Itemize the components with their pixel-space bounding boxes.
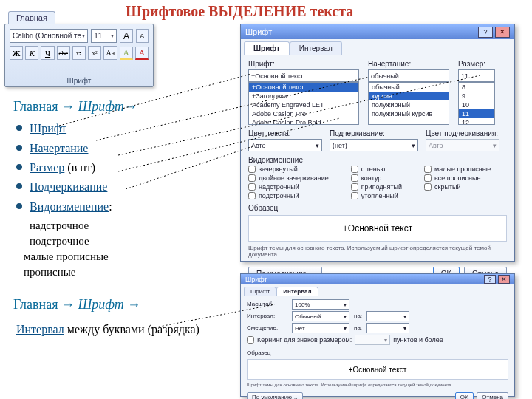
- effect-checkbox[interactable]: зачеркнутый: [248, 166, 329, 173]
- subscript-button[interactable]: x₂: [72, 46, 86, 60]
- close-icon[interactable]: ✕: [495, 27, 510, 38]
- effect-checkbox[interactable]: скрытый: [424, 183, 491, 191]
- label-on-1: на:: [354, 313, 362, 319]
- dialog-titlebar: Шрифт ? ✕: [241, 24, 514, 39]
- font-list[interactable]: +Основной текст+ЗаголовкиAcademy Engrave…: [248, 82, 359, 125]
- effect-checkbox[interactable]: с тенью: [351, 166, 402, 173]
- kerning-size: ▾: [355, 335, 390, 345]
- color-combo[interactable]: Авто▾: [248, 139, 322, 151]
- underline-combo[interactable]: (нет)▾: [330, 139, 418, 151]
- effect-superscript: надстрочное: [13, 218, 235, 233]
- effect-checkbox[interactable]: малые прописные: [424, 166, 491, 173]
- strike-button[interactable]: abe: [57, 46, 70, 60]
- list-item[interactable]: полужирный курсив: [369, 109, 449, 118]
- tab-font-small[interactable]: Шрифт: [244, 287, 276, 296]
- list-item[interactable]: 9: [459, 92, 494, 100]
- list-item[interactable]: 8: [459, 83, 494, 92]
- spacing-label: Интервал: [16, 323, 64, 335]
- list-item[interactable]: Adobe Caslon Pro: [249, 109, 358, 118]
- effect-checkbox[interactable]: контур: [351, 174, 402, 182]
- bold-button[interactable]: Ж: [10, 46, 23, 60]
- font-size-value: 11: [94, 32, 102, 40]
- chevron-down-icon: ▾: [82, 33, 85, 39]
- font-color-button[interactable]: A: [135, 47, 149, 60]
- label-spacing: Интервал:: [247, 313, 287, 319]
- ribbon-group-caption: Шрифт: [5, 77, 153, 85]
- ucolor-combo: Авто▾: [426, 139, 499, 151]
- close-icon[interactable]: ✕: [498, 275, 510, 284]
- ribbon-tab-home[interactable]: Главная: [8, 11, 55, 24]
- italic-button[interactable]: К: [25, 46, 38, 60]
- effects-col-3: малые прописныевсе прописныескрытый: [424, 166, 491, 200]
- feature-font: Шрифт: [13, 120, 235, 137]
- label-on-2: на:: [354, 324, 362, 331]
- tab-spacing-small[interactable]: Интервал: [276, 287, 318, 296]
- font-name-combo[interactable]: Calibri (Основной те▾: [10, 29, 88, 43]
- label-scale: Масштаб:: [247, 301, 287, 307]
- effect-checkbox[interactable]: двойное зачеркивание: [248, 174, 329, 182]
- kerning-checkbox[interactable]: [247, 336, 254, 344]
- offset-combo[interactable]: Нет▾: [292, 323, 349, 333]
- style-list[interactable]: обычныйкурсивполужирныйполужирный курсив: [368, 82, 449, 125]
- list-item[interactable]: Academy Engraved LET: [249, 100, 358, 109]
- spacing-combo[interactable]: Обычный▾: [292, 311, 349, 321]
- feature-size: Размер (в пт): [13, 160, 235, 176]
- underline-button[interactable]: Ч: [41, 46, 54, 60]
- list-item[interactable]: обычный: [369, 83, 449, 92]
- superscript-button[interactable]: x²: [88, 46, 101, 60]
- effect-allcaps: прописные: [13, 265, 235, 280]
- shrink-font-button[interactable]: A: [136, 29, 149, 43]
- feature-style: Начертание: [13, 140, 235, 157]
- font-dialog: Шрифт ? ✕ Шрифт Интервал Шрифт: +Основно…: [240, 24, 515, 262]
- effect-checkbox[interactable]: приподнятый: [351, 183, 402, 191]
- font-input[interactable]: +Основной текст: [248, 69, 359, 82]
- scale-combo[interactable]: 100%▾: [292, 299, 349, 310]
- effect-smallcaps: малые прописные: [13, 249, 235, 265]
- effect-checkbox[interactable]: все прописные: [424, 174, 491, 182]
- ok-button-small[interactable]: OK: [455, 392, 474, 399]
- list-item[interactable]: +Заголовки: [249, 92, 358, 100]
- page-title: Шрифтовое ВЫДЕЛЕНИЕ текста: [126, 3, 353, 20]
- list-item[interactable]: 12: [459, 118, 494, 125]
- effects-title: Видоизменение: [248, 156, 507, 164]
- tab-spacing[interactable]: Интервал: [290, 41, 342, 55]
- dialog-titlebar-small: Шрифт ? ✕: [241, 274, 514, 284]
- offset-value[interactable]: ▾: [366, 323, 409, 333]
- preview-title-small: Образец: [247, 349, 508, 356]
- effects-col-1: зачеркнутыйдвойное зачеркиваниенадстрочн…: [248, 166, 329, 200]
- size-input[interactable]: 11: [458, 69, 495, 82]
- label-offset: Смещение:: [247, 324, 287, 331]
- feature-list: Шрифт Начертание Размер (в пт) Подчеркив…: [13, 120, 235, 215]
- list-item[interactable]: курсив: [369, 92, 449, 100]
- list-item[interactable]: +Основной текст: [249, 83, 358, 92]
- effect-checkbox[interactable]: подстрочный: [248, 192, 329, 200]
- case-button[interactable]: Aa: [103, 46, 117, 60]
- grow-font-button[interactable]: A: [120, 29, 132, 43]
- preview-title: Образец: [248, 204, 507, 212]
- highlight-button[interactable]: A: [120, 47, 133, 60]
- help-icon[interactable]: ?: [478, 27, 493, 38]
- label-size: Размер:: [458, 60, 495, 68]
- kerning-unit: пунктов и более: [393, 336, 443, 344]
- list-item[interactable]: 11: [459, 109, 494, 118]
- style-input[interactable]: обычный: [368, 69, 449, 82]
- effect-checkbox[interactable]: надстрочный: [248, 183, 329, 191]
- effect-checkbox[interactable]: утопленный: [351, 192, 402, 200]
- spacing-value[interactable]: ▾: [366, 311, 409, 321]
- list-item[interactable]: Adobe Caslon Pro Bold: [249, 118, 358, 125]
- word-ribbon: Главная Calibri (Основной те▾ 11▾ A A Ж …: [4, 24, 154, 87]
- size-list[interactable]: 89101112: [458, 82, 495, 125]
- cancel-button-small[interactable]: Отмена: [477, 392, 508, 399]
- list-item[interactable]: полужирный: [369, 100, 449, 109]
- tab-font[interactable]: Шрифт: [244, 41, 290, 55]
- left-column-1: Главная → Шрифт→ Шрифт Начертание Размер…: [13, 98, 235, 280]
- kerning-label: Кернинг для знаков размером:: [257, 336, 352, 344]
- font-size-combo[interactable]: 11▾: [91, 29, 117, 43]
- default-button-small[interactable]: По умолчанию…: [247, 392, 303, 399]
- effects-col-2: с теньюконтурприподнятыйутопленный: [351, 166, 402, 200]
- list-item[interactable]: 10: [459, 100, 494, 109]
- effect-subscript: подстрочное: [13, 233, 235, 249]
- label-style: Начертание:: [368, 60, 449, 68]
- feature-effects: Видоизменение:: [13, 199, 235, 215]
- help-icon[interactable]: ?: [484, 275, 496, 284]
